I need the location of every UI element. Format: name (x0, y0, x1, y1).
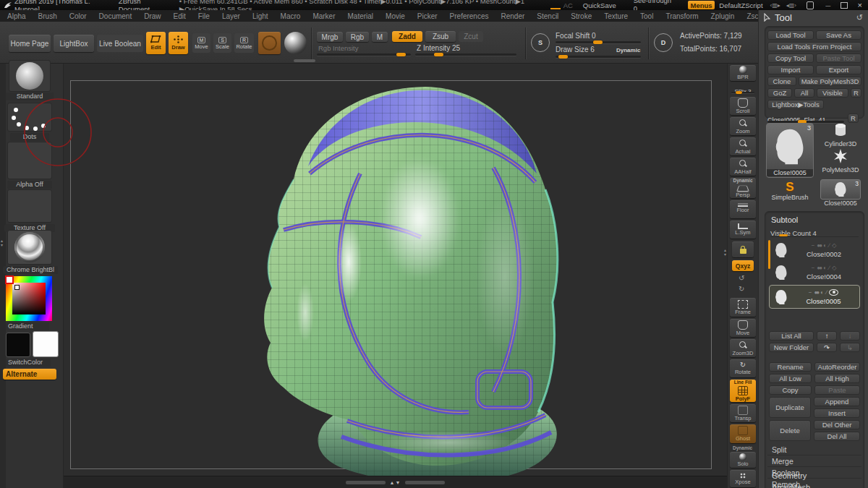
spix-slider[interactable]: SPix 3 (730, 83, 756, 95)
rgb-intensity-slider[interactable]: Rgb Intensity (318, 44, 358, 52)
quicksave-button[interactable]: QuickSave (583, 1, 616, 9)
actual-button[interactable]: Actual (730, 137, 756, 155)
rgb-button[interactable]: Rgb (346, 32, 369, 42)
simplebrush-thumb[interactable]: S SimpleBrush (766, 181, 814, 205)
restore-button[interactable] (841, 2, 847, 9)
section-split[interactable]: Split (767, 444, 861, 455)
del-all-button[interactable]: Del All (814, 432, 860, 441)
live-boolean-button[interactable]: Live Boolean (97, 35, 143, 52)
subtool-row-selected[interactable]: −●●◐∕ Close!0005 (769, 285, 860, 309)
menu-render[interactable]: Render (501, 12, 525, 20)
right-divider-arrows[interactable]: ▴▾ (724, 248, 726, 257)
subtool-down-button[interactable]: ↓ (840, 331, 860, 341)
stroke-thumbnail[interactable] (7, 103, 52, 132)
menu-document[interactable]: Document (99, 12, 132, 20)
section-arraymesh[interactable]: ArrayMesh (772, 483, 810, 488)
switchcolor-main[interactable] (6, 333, 30, 357)
menu-stencil[interactable]: Stencil (537, 12, 558, 20)
xpose-button[interactable]: Xpose (730, 470, 756, 487)
menu-material[interactable]: Material (348, 12, 374, 20)
menus-toggle-button[interactable]: Menus (688, 1, 715, 9)
material-preview-orb[interactable] (284, 32, 307, 54)
frame-button[interactable]: Frame (730, 298, 756, 317)
divider-handle-right[interactable] (405, 481, 445, 484)
goz-all-button[interactable]: All (794, 88, 814, 98)
rotate3d-button[interactable]: ↻ Rotate (730, 359, 756, 377)
subtool-row[interactable]: −●●◐∕◇ Close!0002 (769, 239, 860, 260)
new-folder-button[interactable]: New Folder (769, 343, 814, 352)
default-zscript-button[interactable]: DefaultZScript (719, 1, 762, 9)
texture-thumbnail[interactable] (7, 189, 52, 223)
shelf-scroll-handle[interactable] (294, 59, 315, 62)
divider-arrows[interactable]: ▲▼ (390, 480, 401, 485)
zoom-button[interactable]: Zoom (730, 117, 756, 135)
tray-right-icon[interactable]: ◂▥› (786, 2, 796, 9)
persp-button[interactable]: Dynamic Persp (730, 178, 756, 198)
zadd-button[interactable]: Zadd (392, 31, 422, 42)
aahalf-button[interactable]: AAHalf (730, 158, 756, 176)
menu-draw[interactable]: Draw (144, 12, 161, 20)
all-high-button[interactable]: All High (814, 374, 860, 383)
menu-zplugin[interactable]: Zplugin (711, 12, 735, 20)
lock-ui-icon[interactable] (807, 1, 814, 9)
polyf-button[interactable]: Line Fill PolyF (730, 380, 756, 402)
menu-alpha[interactable]: Alpha (7, 12, 26, 20)
brush-thumbnail[interactable] (9, 60, 51, 92)
menu-file[interactable]: File (198, 12, 210, 20)
load-tool-button[interactable]: Load Tool (767, 30, 814, 40)
menu-tool[interactable]: Tool (640, 12, 653, 20)
append-button[interactable]: Append (814, 397, 860, 406)
menu-picker[interactable]: Picker (417, 12, 438, 20)
subtool-up-button[interactable]: ↑ (817, 331, 837, 341)
focal-shift-marker[interactable] (593, 40, 603, 44)
viewport-canvas[interactable]: ▲▼ ▴▾ (64, 64, 727, 488)
scale-button[interactable]: S Scale (213, 33, 231, 53)
move3d-button[interactable]: Move (730, 319, 756, 337)
load-tools-from-project-button[interactable]: Load Tools From Project (767, 42, 861, 51)
cylinder3d-thumb[interactable]: Cylinder3D (818, 123, 863, 147)
clone-button[interactable]: Clone (767, 77, 796, 86)
draw-button[interactable]: Draw (169, 32, 188, 54)
draw-size-marker[interactable] (558, 55, 568, 59)
goz-button[interactable]: GoZ (767, 88, 792, 98)
model-armored-hood[interactable] (239, 81, 586, 486)
menu-layer[interactable]: Layer (222, 12, 240, 20)
lightbox-button[interactable]: LightBox (54, 35, 94, 52)
lock-button[interactable] (732, 241, 754, 257)
menu-edit[interactable]: Edit (174, 12, 186, 20)
palette-reset-icon[interactable]: ↺ (856, 13, 863, 22)
zoom3d-button[interactable]: Zoom3D (730, 339, 756, 357)
lsym-button[interactable]: L.Sym (730, 221, 756, 239)
polymesh3d-thumb[interactable]: PolyMesh3D (818, 149, 863, 174)
save-as-button[interactable]: Save As (816, 30, 861, 40)
copy-tool-button[interactable]: Copy Tool (767, 53, 814, 63)
menu-transform[interactable]: Transform (665, 12, 698, 20)
active-tool-thumb[interactable]: 3 Close!0005 (766, 123, 814, 178)
move-button[interactable]: M Move (192, 33, 210, 53)
import-button[interactable]: Import (767, 65, 814, 74)
menu-macro[interactable]: Macro (281, 12, 301, 20)
all-low-button[interactable]: All Low (769, 374, 812, 383)
menu-movie[interactable]: Movie (386, 12, 405, 20)
bpr-button[interactable]: BPR (730, 65, 756, 81)
small-tool-thumb[interactable]: 3 Close!0005 (820, 179, 861, 207)
delete-button[interactable]: Delete (769, 420, 811, 441)
left-tray-divider-arrows[interactable]: ▴▾ (1, 239, 3, 247)
zsub-button[interactable]: Zsub (425, 31, 456, 42)
scroll-button[interactable]: Scroll (730, 97, 756, 115)
draw-size-slider[interactable]: Draw Size 6 (556, 46, 595, 53)
zcut-button[interactable]: Zcut (459, 31, 483, 42)
spix-marker[interactable] (736, 91, 742, 94)
orbit-icon[interactable]: ↻ (739, 285, 744, 293)
autoreorder-button[interactable]: AutoReorder (814, 362, 860, 372)
qxyz-button[interactable]: Qxyz (732, 260, 754, 271)
copy-button[interactable]: Copy (769, 385, 812, 395)
rename-button[interactable]: Rename (769, 362, 812, 372)
sculptris-ring-button[interactable] (258, 32, 281, 54)
menu-texture[interactable]: Texture (604, 12, 628, 20)
eye-icon[interactable] (829, 289, 838, 296)
list-all-button[interactable]: List All (769, 331, 814, 341)
subtool-row[interactable]: −●●◐∕◇ Close!0004 (769, 262, 860, 283)
solo-button[interactable]: Solo (730, 452, 756, 468)
alternate-button[interactable]: Alternate (3, 369, 56, 380)
